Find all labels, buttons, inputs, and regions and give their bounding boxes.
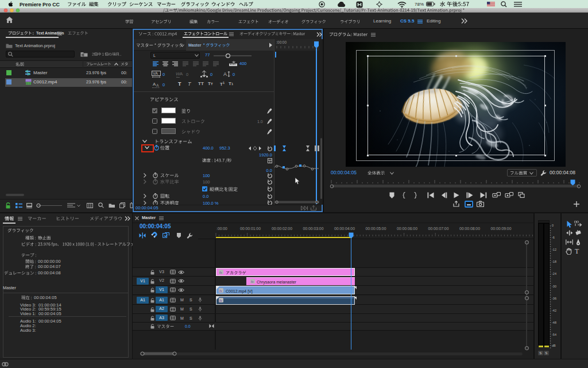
svg-text:A: A [180, 71, 183, 76]
svg-text:VA: VA [153, 71, 158, 75]
svg-text:A: A [156, 83, 159, 87]
svg-text:A: A [223, 71, 227, 77]
